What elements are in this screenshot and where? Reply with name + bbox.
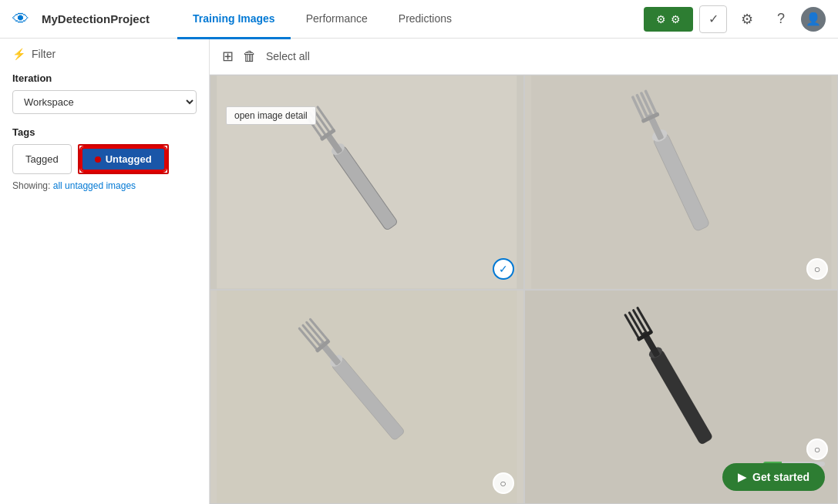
check-circle-1[interactable]: ✓ [493,258,514,280]
untagged-label: Untagged [106,153,152,165]
settings-button[interactable]: ⚙ [733,5,761,33]
iteration-label: Iteration [12,72,197,84]
settings-icon: ⚙ [741,11,753,28]
toolbar: ⊞ 🗑 Select all [210,39,838,75]
project-name: MyDetectionProject [42,12,150,25]
iteration-section: Iteration Workspace [12,69,197,114]
check-circle-4[interactable]: ○ [806,438,828,460]
sidebar: ⚡ Filter Iteration Workspace Tags Tagged… [0,39,210,504]
showing-text: Showing: all untagged images [12,180,197,191]
filter-icon: ⚡ [12,48,25,60]
tags-section: Tags Tagged Untagged Showing: all untagg… [12,123,197,191]
help-icon: ? [777,11,785,27]
main-nav: Training Images Performance Predictions [177,0,631,39]
tab-predictions[interactable]: Predictions [383,1,467,39]
check-button[interactable]: ✓ [699,5,727,33]
showing-link[interactable]: all untagged images [53,180,136,191]
get-started-button[interactable]: ▶ Get started [722,463,825,491]
tags-label: Tags [12,126,197,138]
layout: ⚡ Filter Iteration Workspace Tags Tagged… [0,39,838,504]
train-icon2: ⚙ [671,13,681,25]
delete-button[interactable]: 🗑 [243,49,257,65]
check-circle-3[interactable]: ○ [493,472,514,494]
check-icon: ✓ [708,12,719,26]
image-cell-1[interactable]: open image detail ✓ [210,75,524,290]
app-logo-icon: 👁 [12,9,29,29]
header-actions: ⚙ ⚙ ✓ ⚙ ? 👤 [644,5,826,33]
delete-icon: 🗑 [243,49,257,65]
get-started-label: Get started [752,471,809,483]
filter-row[interactable]: ⚡ Filter [12,48,197,60]
tab-performance[interactable]: Performance [291,1,383,39]
untagged-dot-icon [95,156,101,163]
check-circle-2[interactable]: ○ [806,258,828,280]
avatar[interactable]: 👤 [801,7,826,32]
add-icon: ⊞ [222,48,234,65]
tags-buttons: Tagged Untagged [12,144,197,174]
image-cell-4[interactable]: ▶ Get started ○ [524,290,839,505]
train-button[interactable]: ⚙ ⚙ [644,7,693,32]
get-started-icon: ▶ [738,471,746,483]
untagged-button-wrapper: Untagged [78,144,169,174]
image-cell-2[interactable]: ○ [524,75,839,290]
tab-training-images[interactable]: Training Images [177,1,291,39]
untagged-button[interactable]: Untagged [81,147,166,171]
image-cell-3[interactable]: ○ [210,290,524,505]
tagged-button[interactable]: Tagged [12,144,72,174]
iteration-select[interactable]: Workspace [12,90,197,114]
filter-label: Filter [32,48,56,60]
header: 👁 MyDetectionProject Training Images Per… [0,0,838,39]
main-content: ⊞ 🗑 Select all [210,39,838,504]
help-button[interactable]: ? [767,5,795,33]
train-icon: ⚙ [656,13,666,25]
select-all-button[interactable]: Select all [266,50,310,62]
image-grid: open image detail ✓ [210,75,838,504]
add-images-button[interactable]: ⊞ [222,48,234,65]
avatar-icon: 👤 [806,12,821,26]
